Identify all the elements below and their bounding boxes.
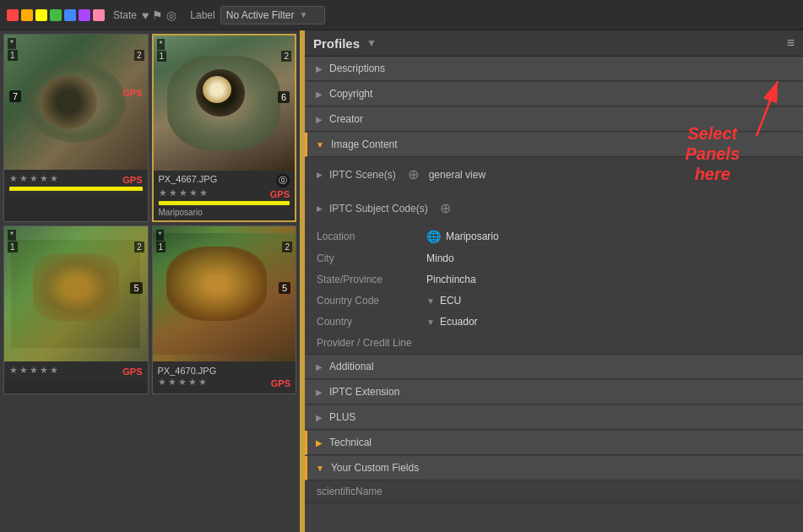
heart-icon[interactable]: ♥: [142, 8, 149, 22]
thumbnail-item-1[interactable]: * 1 2 GPS 7 ★ ★ ★ ★ ★ G: [3, 34, 149, 222]
thumb3-gps: GPS: [122, 366, 142, 377]
thumb4-info: PX_4670.JPG ★ ★ ★ ★ ★ GPS: [153, 361, 296, 394]
state-label: State: [113, 9, 137, 21]
swatch-pink[interactable]: [93, 9, 105, 21]
main-content: * 1 2 GPS 7 ★ ★ ★ ★ ★ G: [0, 30, 803, 532]
thumb3-badge-num1: 1: [8, 242, 18, 252]
swatch-purple[interactable]: [79, 9, 90, 21]
thumb4-gps: GPS: [271, 378, 290, 388]
section-technical-title: Technical: [329, 437, 372, 448]
star3: ★: [30, 173, 38, 184]
section-additional[interactable]: ▶ Additional: [305, 355, 803, 379]
profiles-menu-icon[interactable]: ≡: [787, 35, 795, 51]
circle-icon[interactable]: ◎: [166, 8, 176, 22]
thumbnail-grid: * 1 2 GPS 7 ★ ★ ★ ★ ★ G: [0, 30, 300, 398]
thumb4-filename: PX_4670.JPG: [158, 366, 217, 376]
section-plus-arrow: ▶: [316, 413, 323, 422]
thumbnail-image-1: * 1 2 GPS 7: [4, 35, 148, 170]
swatch-blue[interactable]: [64, 9, 76, 21]
thumbnail-item-3[interactable]: * 1 2 5 ★ ★ ★ ★ ★ GPS: [3, 225, 149, 394]
thumb1-color-bar: [9, 187, 143, 191]
filter-dropdown[interactable]: No Active Filter ▼: [220, 6, 326, 24]
iptc-scenes-row: ▶ IPTC Scene(s) ⊕ general view: [305, 158, 803, 192]
section-additional-arrow: ▶: [316, 362, 323, 372]
profiles-title: Profiles: [313, 36, 360, 51]
custom-fields-body: scientificName: [305, 481, 803, 503]
location-label: Location: [317, 231, 426, 242]
country-dropdown-icon: ▼: [426, 318, 435, 327]
profiles-left: Profiles ▼: [313, 36, 377, 51]
thumb1-gps-info: GPS: [122, 175, 142, 185]
thumb3-stars: ★ ★ ★ ★ ★: [9, 365, 58, 376]
thumb2-filename: PX_4667.JPG: [159, 174, 218, 185]
star5: ★: [50, 173, 58, 184]
city-value[interactable]: Mindo: [426, 252, 791, 264]
profiles-dropdown-arrow[interactable]: ▼: [366, 37, 377, 49]
star1: ★: [9, 173, 18, 184]
location-row: Location 🌐 Mariposario: [305, 225, 803, 248]
scientific-name-row: scientificName: [305, 481, 803, 502]
filter-dropdown-arrow: ▼: [299, 10, 307, 19]
star2: ★: [19, 173, 28, 184]
section-plus[interactable]: ▶ PLUS: [305, 405, 803, 430]
globe-icon: 🌐: [426, 230, 441, 243]
thumb3-info: ★ ★ ★ ★ ★ GPS: [4, 361, 148, 382]
star4: ★: [40, 173, 48, 184]
location-value[interactable]: Mariposario: [446, 231, 791, 242]
swatch-yellow[interactable]: [35, 9, 47, 21]
swatch-red[interactable]: [7, 9, 19, 21]
thumb2-badge-tl: *: [157, 39, 165, 50]
iptc-scenes-arrow: ▶: [317, 171, 323, 179]
section-descriptions-arrow: ▶: [316, 64, 323, 73]
thumb2-date: Mariposario: [159, 208, 290, 217]
section-creator[interactable]: ▶ Creator: [305, 107, 803, 132]
section-plus-title: PLUS: [329, 411, 355, 423]
iptc-subject-arrow: ▶: [317, 204, 323, 213]
country-value[interactable]: Ecuador: [440, 316, 791, 328]
thumbnail-image-4: * 1 2 5: [153, 226, 296, 361]
section-image-content-arrow: ▼: [316, 140, 324, 149]
country-code-label: Country Code: [317, 295, 426, 307]
country-code-row: Country Code ▼ ECU: [305, 290, 803, 312]
section-technical[interactable]: ▶ Technical: [305, 431, 803, 455]
metadata-content: ▶ Descriptions ▶ Copyright ▶ Creator ▼ I…: [305, 57, 803, 532]
toolbar-state-group: State ♥ ⚑ ◎: [113, 8, 176, 22]
filter-value: No Active Filter: [226, 9, 295, 21]
swatch-green[interactable]: [50, 9, 62, 21]
swatch-orange[interactable]: [21, 9, 33, 21]
thumb4-count: 5: [279, 282, 290, 294]
country-code-value[interactable]: ECU: [440, 295, 791, 307]
color-swatches[interactable]: [7, 9, 105, 21]
state-province-value[interactable]: Pinchincha: [426, 274, 791, 285]
thumb1-badge-num1: 1: [8, 50, 18, 61]
thumb4-badge-num1: 1: [156, 242, 166, 252]
section-copyright[interactable]: ▶ Copyright: [305, 82, 803, 106]
thumb2-info: PX_4667.JPG ⓪ ★ ★ ★ ★ ★ GPS: [154, 171, 296, 220]
section-descriptions[interactable]: ▶ Descriptions: [305, 57, 803, 81]
iptc-scenes-value: general view: [429, 169, 486, 181]
city-row: City Mindo: [305, 248, 803, 269]
iptc-subject-row: ▶ IPTC Subject Code(s) ⊕: [305, 192, 803, 225]
iptc-subject-add[interactable]: ⊕: [440, 200, 451, 216]
thumbnail-item-2[interactable]: * 1 2 6 PX_4667.JPG ⓪ ★ ★ ★: [152, 34, 297, 222]
section-technical-arrow: ▶: [316, 438, 323, 448]
thumb1-info: ★ ★ ★ ★ ★ GPS: [4, 170, 148, 197]
thumbnail-item-4[interactable]: * 1 2 5 PX_4670.JPG ★ ★ ★ ★ ★: [152, 225, 297, 394]
iptc-subject-label: IPTC Subject Code(s): [329, 203, 428, 214]
provider-label: Provider / Credit Line: [317, 337, 426, 349]
section-custom-fields[interactable]: ▼ Your Custom Fields: [305, 456, 803, 480]
iptc-scenes-add[interactable]: ⊕: [408, 166, 419, 182]
thumbnail-image-3: * 1 2 5: [4, 226, 148, 361]
section-image-content[interactable]: ▼ Image Content: [305, 133, 803, 157]
thumb2-badge-num1: 1: [157, 51, 167, 62]
state-icons: ♥ ⚑ ◎: [142, 8, 176, 22]
section-iptc-extension[interactable]: ▶ IPTC Extension: [305, 380, 803, 404]
section-iptc-extension-arrow: ▶: [316, 388, 323, 397]
flag-icon[interactable]: ⚑: [152, 8, 163, 22]
thumb4-badge-tl: *: [156, 230, 165, 241]
thumb3-count: 5: [130, 282, 142, 294]
thumb2-badge-num2: 2: [281, 51, 291, 62]
section-copyright-arrow: ▶: [316, 90, 323, 99]
thumb1-count: 7: [9, 90, 21, 102]
section-copyright-title: Copyright: [329, 88, 372, 100]
